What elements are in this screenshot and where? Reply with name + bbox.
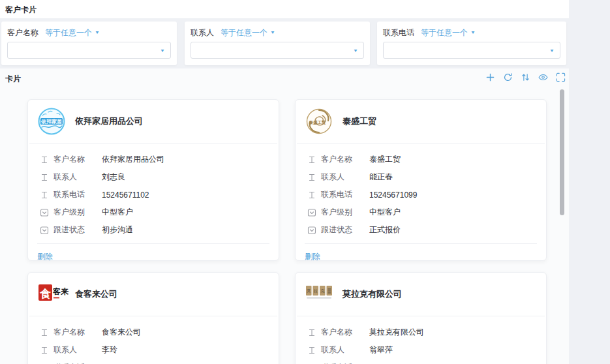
text-field-icon: [40, 346, 49, 355]
select-field-icon: [40, 208, 49, 217]
field-label: 客户级别: [53, 207, 102, 218]
select-field-icon: [307, 208, 316, 217]
field-value: 翁翠萍: [369, 344, 393, 356]
card-field-row: 联系人 翁翠萍: [296, 341, 546, 359]
card-actions: 删除: [37, 243, 269, 261]
caret-down-icon: ▼: [160, 49, 165, 53]
caret-down-icon: ▼: [470, 31, 476, 35]
filter-label: 客户名称: [7, 27, 38, 38]
field-value: 泰盛工贸: [369, 154, 401, 165]
company-name-title: 莫拉克有限公司: [343, 288, 402, 300]
svg-text:拉: 拉: [314, 289, 318, 293]
field-value: 15245671102: [102, 190, 149, 200]
card-field-row: 客户级别 中型客户: [28, 204, 279, 221]
card-field-row: 客户名称 依拜家居用品公司: [28, 151, 279, 168]
card-field-row: 联系电话 15245671107: [28, 359, 279, 364]
cards-toolbar: [485, 72, 566, 82]
card-header: 食 客来 食客来公司: [29, 273, 277, 316]
filter-label: 联系电话: [383, 27, 414, 38]
field-value: 中型客户: [102, 207, 133, 218]
card-field-row: 联系电话 15245671102: [28, 186, 279, 204]
field-label: 联系人: [321, 344, 369, 356]
field-value: 中型客户: [369, 207, 401, 218]
card-field-row: 联系人 刘志良: [28, 168, 279, 186]
text-field-icon: [307, 173, 316, 182]
yibai-circle-logo: 依拜家居: [37, 107, 66, 136]
caret-down-icon: ▼: [270, 31, 275, 35]
fullscreen-icon[interactable]: [556, 72, 566, 82]
filter-operator-dropdown[interactable]: 等于任意一个 ▼: [45, 27, 100, 38]
filter-label: 联系人: [191, 27, 214, 38]
text-field-icon: [40, 190, 49, 200]
cards-section-title: 卡片: [5, 74, 21, 85]
card-field-row: 联系人 能正春: [296, 168, 546, 186]
field-label: 联系人: [321, 172, 369, 183]
field-label: 客户级别: [321, 207, 369, 218]
customer-card[interactable]: 泰盛工贸 泰盛工贸 客户名称 泰盛工贸 联系人 能正春 联系电话 1524567…: [295, 99, 547, 261]
field-label: 跟进状态: [53, 224, 102, 235]
shikelai-seal-logo: 食 客来: [37, 280, 66, 309]
vertical-scrollbar[interactable]: [560, 89, 564, 215]
card-field-row: 客户名称 泰盛工贸: [296, 151, 546, 168]
filter-customer-name: 客户名称 等于任意一个 ▼ ▼: [1, 22, 177, 65]
plus-icon[interactable]: [485, 72, 495, 82]
card-fields: 客户名称 泰盛工贸 联系人 能正春 联系电话 15245671099 客户级别 …: [296, 144, 546, 239]
card-header: 莫 拉 克 莫拉克有限公司: [297, 273, 545, 316]
delete-button[interactable]: 删除: [37, 252, 53, 261]
select-field-icon: [40, 226, 49, 235]
card-field-row: 跟进状态 正式报价: [296, 221, 546, 239]
field-value: 初步沟通: [102, 224, 133, 235]
field-value: 能正春: [369, 172, 393, 183]
customer-name-combobox[interactable]: ▼: [7, 42, 171, 59]
svg-text:泰盛工贸: 泰盛工贸: [309, 120, 327, 125]
select-field-icon: [307, 226, 316, 235]
cards-grid: 依拜家居 依拜家居用品公司 客户名称 依拜家居用品公司 联系人 刘志良 联系电话…: [27, 99, 547, 364]
filter-operator-dropdown[interactable]: 等于任意一个 ▼: [221, 27, 275, 38]
field-label: 联系电话: [321, 189, 369, 200]
molake-blocks-logo: 莫 拉 克: [305, 280, 333, 309]
customer-card[interactable]: 莫 拉 克 莫拉克有限公司 客户名称 莫拉克有限公司 联系人 翁翠萍 联系电话 …: [295, 272, 547, 364]
field-label: 客户名称: [53, 327, 102, 338]
text-field-icon: [307, 155, 316, 164]
svg-text:克: 克: [320, 288, 324, 294]
field-value: 刘志良: [102, 172, 125, 183]
company-name-title: 依拜家居用品公司: [75, 115, 143, 127]
svg-text:客来: 客来: [52, 287, 69, 296]
sort-icon[interactable]: [521, 72, 530, 82]
customer-card[interactable]: 依拜家居 依拜家居用品公司 客户名称 依拜家居用品公司 联系人 刘志良 联系电话…: [27, 99, 279, 261]
field-value: 依拜家居用品公司: [102, 154, 164, 165]
field-value: 食客来公司: [102, 327, 141, 338]
field-value: 正式报价: [369, 224, 401, 235]
card-header: 依拜家居 依拜家居用品公司: [29, 100, 277, 144]
contact-person-combobox[interactable]: ▼: [191, 42, 364, 59]
field-label: 联系人: [53, 344, 102, 356]
customer-card[interactable]: 食 客来 食客来公司 客户名称 食客来公司 联系人 李玲 联系电话 152456…: [27, 272, 279, 364]
field-label: 客户名称: [321, 327, 369, 338]
card-fields: 客户名称 莫拉克有限公司 联系人 翁翠萍 联系电话 15245671100: [296, 316, 546, 364]
refresh-icon[interactable]: [503, 72, 513, 82]
card-fields: 客户名称 食客来公司 联系人 李玲 联系电话 15245671107: [28, 316, 279, 364]
card-field-row: 联系电话 15245671099: [296, 186, 546, 204]
page-titlebar: 客户卡片: [0, 0, 569, 18]
field-label: 联系电话: [53, 189, 102, 200]
text-field-icon: [40, 173, 49, 182]
cards-panel: 卡片 依拜家居: [0, 68, 569, 364]
filter-contact-person: 联系人 等于任意一个 ▼ ▼: [185, 22, 370, 65]
card-fields: 客户名称 依拜家居用品公司 联系人 刘志良 联系电话 15245671102 客…: [28, 144, 279, 239]
field-label: 客户名称: [321, 154, 369, 165]
text-field-icon: [40, 155, 49, 164]
text-field-icon: [307, 328, 316, 337]
card-field-row: 客户名称 莫拉克有限公司: [296, 324, 546, 341]
caret-down-icon: ▼: [549, 49, 555, 53]
svg-text:食: 食: [39, 288, 52, 300]
caret-down-icon: ▼: [95, 31, 100, 35]
delete-button[interactable]: 删除: [305, 252, 320, 261]
text-field-icon: [307, 346, 316, 355]
card-field-row: 联系人 李玲: [28, 341, 279, 359]
svg-text:莫: 莫: [307, 289, 311, 293]
filter-operator-dropdown[interactable]: 等于任意一个 ▼: [421, 27, 476, 38]
page-title: 客户卡片: [5, 5, 37, 16]
contact-phone-combobox[interactable]: ▼: [383, 42, 560, 59]
text-field-icon: [307, 190, 316, 200]
eye-icon[interactable]: [538, 72, 548, 82]
